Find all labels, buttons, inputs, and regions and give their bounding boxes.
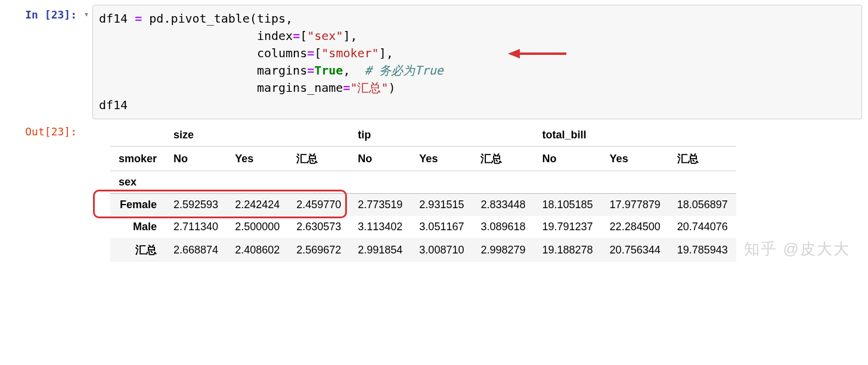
cell: 2.569672 xyxy=(288,238,349,262)
smoker-header: Yes xyxy=(227,147,288,171)
table-row: 汇总 2.668874 2.408602 2.569672 2.991854 3… xyxy=(110,238,736,262)
smoker-header: No xyxy=(349,147,411,171)
cell: 3.113402 xyxy=(349,216,411,238)
output-prompt: Out[23]: xyxy=(6,122,80,138)
code-editor[interactable]: df14 = pd.pivot_table(tips, index=["sex"… xyxy=(92,5,862,119)
cell: 17.977879 xyxy=(602,194,669,216)
header-blank xyxy=(669,124,736,147)
cell: 2.998279 xyxy=(472,238,534,262)
smoker-header: No xyxy=(165,147,227,171)
cell: 2.242424 xyxy=(227,194,288,216)
cell: 2.408602 xyxy=(227,238,288,262)
cell: 3.008710 xyxy=(411,238,472,262)
header-blank xyxy=(411,124,472,147)
cell: 3.051167 xyxy=(411,216,472,238)
watermark: 知乎 @皮大大 xyxy=(744,239,850,259)
smoker-header: 汇总 xyxy=(472,147,534,171)
smoker-header: Yes xyxy=(602,147,669,171)
smoker-header: Yes xyxy=(411,147,472,171)
cell: 2.711340 xyxy=(165,216,227,238)
cell: 2.630573 xyxy=(288,216,349,238)
smoker-header: 汇总 xyxy=(669,147,736,171)
row-index: 汇总 xyxy=(110,238,165,262)
cell: 19.188278 xyxy=(534,238,602,262)
header-blank xyxy=(472,124,534,147)
input-prompt: In [23]: xyxy=(6,5,80,21)
header-size: size xyxy=(165,124,227,147)
header-blank xyxy=(288,124,349,147)
header-blank xyxy=(110,124,165,147)
cell: 18.056897 xyxy=(669,194,736,216)
cell: 2.500000 xyxy=(227,216,288,238)
header-blank xyxy=(602,124,669,147)
cell: 19.791237 xyxy=(534,216,602,238)
cell: 2.459770 xyxy=(288,194,349,216)
output-cell: Out[23]: size tip total_bill smoker xyxy=(6,122,862,267)
header-total-bill: total_bill xyxy=(534,124,602,147)
smoker-header: No xyxy=(534,147,602,171)
table-row: Female 2.592593 2.242424 2.459770 2.7735… xyxy=(110,194,736,216)
header-blank xyxy=(227,124,288,147)
cell: 20.744076 xyxy=(669,216,736,238)
cell: 2.931515 xyxy=(411,194,472,216)
header-row-top: size tip total_bill xyxy=(110,124,736,147)
sex-label: sex xyxy=(110,171,165,194)
cell: 20.756344 xyxy=(602,238,669,262)
cell: 2.991854 xyxy=(349,238,411,262)
cell: 3.089618 xyxy=(472,216,534,238)
header-row-sex: sex xyxy=(110,171,736,194)
dataframe-table: size tip total_bill smoker No Yes 汇总 No xyxy=(110,124,736,262)
cell: 18.105185 xyxy=(534,194,602,216)
row-index: Female xyxy=(110,194,165,216)
cell: 19.785943 xyxy=(669,238,736,262)
table-row: Male 2.711340 2.500000 2.630573 3.113402… xyxy=(110,216,736,238)
header-tip: tip xyxy=(349,124,411,147)
row-index: Male xyxy=(110,216,165,238)
smoker-label: smoker xyxy=(110,147,165,171)
cell-collapser[interactable]: ▾ xyxy=(80,5,92,18)
header-row-smoker: smoker No Yes 汇总 No Yes 汇总 No Yes 汇总 xyxy=(110,147,736,171)
input-cell: In [23]: ▾ df14 = pd.pivot_table(tips, i… xyxy=(6,5,862,119)
cell: 2.773519 xyxy=(349,194,411,216)
cell: 2.592593 xyxy=(165,194,227,216)
cell: 22.284500 xyxy=(602,216,669,238)
cell: 2.668874 xyxy=(165,238,227,262)
smoker-header: 汇总 xyxy=(288,147,349,171)
cell: 2.833448 xyxy=(472,194,534,216)
